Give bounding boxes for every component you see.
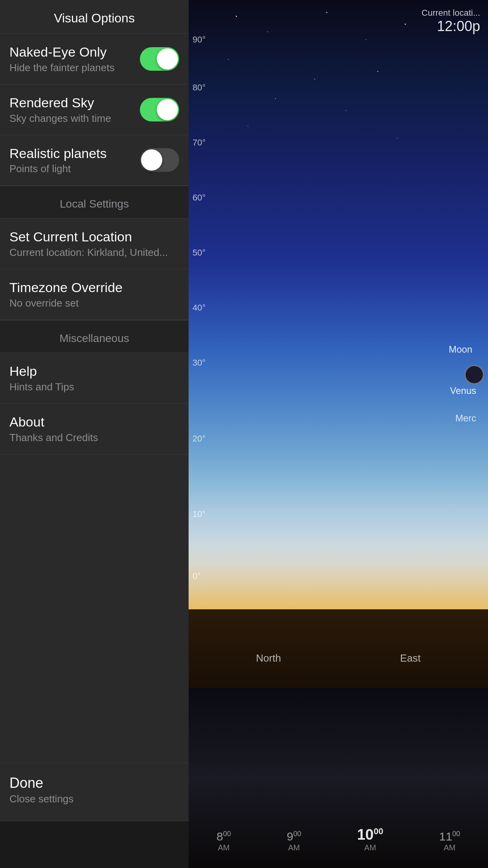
naked-eye-toggle-thumb	[157, 48, 178, 70]
horizon-east: East	[400, 652, 420, 664]
set-location-labels: Set Current Location Current location: K…	[9, 229, 168, 259]
time-tick-8-label: 800	[216, 830, 231, 843]
degree-90: 90°	[193, 35, 205, 45]
horizon-labels: North East	[189, 652, 488, 664]
about-title: About	[9, 414, 98, 430]
set-location-subtitle: Current location: Kirkland, United...	[9, 246, 168, 259]
miscellaneous-header: Miscellaneous	[0, 320, 189, 353]
about-labels: About Thanks and Credits	[9, 414, 98, 444]
degree-80: 80°	[193, 83, 205, 93]
realistic-planets-labels: Realistic planets Points of light	[9, 145, 107, 175]
done-title: Done	[9, 775, 179, 791]
local-settings-header: Local Settings	[0, 186, 189, 219]
visual-options-title: Visual Options	[54, 11, 135, 25]
time-tick-11-sub: AM	[444, 843, 455, 852]
rendered-sky-item[interactable]: Rendered Sky Sky changes with time	[0, 85, 189, 135]
timeline-area: 800 AM 900 AM 1000 AM 1100 AM	[189, 688, 488, 868]
rendered-sky-title: Rendered Sky	[9, 95, 111, 111]
help-title: Help	[9, 363, 74, 379]
horizon-bar	[189, 609, 488, 688]
realistic-planets-toggle[interactable]	[140, 148, 179, 172]
degree-60: 60°	[193, 193, 205, 203]
degree-40: 40°	[193, 303, 205, 313]
degree-50: 50°	[193, 248, 205, 258]
sky-view: Current locati... 12:00p 90° 80° 70° 60°…	[189, 0, 488, 688]
time-tick-9-sub: AM	[288, 843, 300, 852]
naked-eye-subtitle: Hide the fainter planets	[9, 62, 114, 74]
rendered-sky-labels: Rendered Sky Sky changes with time	[9, 95, 111, 125]
help-subtitle: Hints and Tips	[9, 381, 74, 393]
time-tick-10: 1000 AM	[357, 826, 383, 852]
degree-30: 30°	[193, 358, 205, 368]
time-tick-9-label: 900	[287, 830, 301, 843]
rendered-sky-subtitle: Sky changes with time	[9, 112, 111, 125]
help-labels: Help Hints and Tips	[9, 363, 74, 393]
naked-eye-toggle[interactable]	[140, 47, 179, 71]
naked-eye-labels: Naked-Eye Only Hide the fainter planets	[9, 44, 114, 74]
timezone-labels: Timezone Override No override set	[9, 280, 123, 309]
moon-circle	[464, 365, 484, 384]
set-location-title: Set Current Location	[9, 229, 168, 245]
visual-options-header: Visual Options	[0, 0, 189, 34]
spacer	[0, 454, 189, 763]
timezone-item[interactable]: Timezone Override No override set	[0, 269, 189, 320]
time-tick-8-sub: AM	[218, 843, 229, 852]
done-subtitle: Close settings	[9, 793, 179, 805]
about-item[interactable]: About Thanks and Credits	[0, 404, 189, 454]
time-tick-9: 900 AM	[287, 830, 301, 852]
set-location-item[interactable]: Set Current Location Current location: K…	[0, 219, 189, 269]
timeline-labels: 800 AM 900 AM 1000 AM 1100 AM	[189, 826, 488, 852]
help-item[interactable]: Help Hints and Tips	[0, 353, 189, 404]
about-subtitle: Thanks and Credits	[9, 432, 98, 444]
local-settings-title: Local Settings	[60, 198, 129, 210]
degree-0: 0°	[193, 571, 201, 581]
sky-labels: 90° 80° 70° 60° 50° 40° 30° 20° 10° 0°	[189, 0, 488, 688]
timezone-title: Timezone Override	[9, 280, 123, 296]
done-section[interactable]: Done Close settings	[0, 763, 189, 821]
timezone-subtitle: No override set	[9, 297, 123, 309]
time-tick-11-label: 1100	[439, 830, 460, 843]
left-panel: Visual Options Naked-Eye Only Hide the f…	[0, 0, 189, 868]
degree-10: 10°	[193, 509, 205, 519]
time-tick-8: 800 AM	[216, 830, 231, 852]
time-tick-11: 1100 AM	[439, 830, 460, 852]
time-tick-10-sub: AM	[364, 843, 376, 852]
degree-20: 20°	[193, 434, 205, 444]
naked-eye-item[interactable]: Naked-Eye Only Hide the fainter planets	[0, 34, 189, 85]
rendered-sky-toggle[interactable]	[140, 98, 179, 121]
realistic-planets-item[interactable]: Realistic planets Points of light	[0, 135, 189, 186]
realistic-planets-subtitle: Points of light	[9, 163, 107, 175]
horizon-north: North	[256, 652, 281, 664]
mercury-label: Merc	[455, 413, 476, 424]
naked-eye-title: Naked-Eye Only	[9, 44, 114, 60]
degree-70: 70°	[193, 138, 205, 148]
bottom-bar	[0, 821, 189, 868]
right-panel: Current locati... 12:00p 90° 80° 70° 60°…	[189, 0, 488, 868]
moon-label: Moon	[449, 344, 472, 355]
time-tick-10-label: 1000	[357, 826, 383, 843]
realistic-planets-toggle-thumb	[141, 149, 162, 171]
venus-label: Venus	[450, 385, 476, 396]
realistic-planets-title: Realistic planets	[9, 145, 107, 162]
rendered-sky-toggle-thumb	[157, 99, 178, 120]
miscellaneous-title: Miscellaneous	[59, 332, 129, 344]
